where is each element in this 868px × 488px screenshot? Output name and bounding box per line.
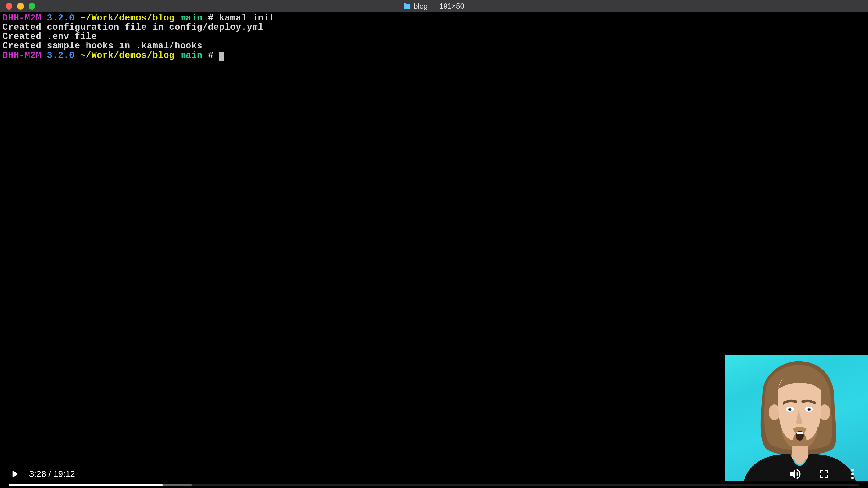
playback-time: 3:28 / 19:12 — [29, 469, 75, 479]
window-controls — [0, 3, 35, 10]
svg-point-10 — [851, 469, 854, 471]
output-line: Created sample hooks in .kamal/hooks — [2, 41, 866, 51]
close-window-btn[interactable] — [6, 3, 12, 10]
svg-point-11 — [851, 473, 854, 475]
prompt-path: ~/Work/demos/blog — [80, 51, 175, 61]
minimize-window-btn[interactable] — [17, 3, 24, 10]
cursor — [219, 52, 224, 61]
prompt-host: DHH-M2M — [2, 13, 41, 23]
more-options-button[interactable] — [846, 467, 859, 481]
fullscreen-button[interactable] — [817, 467, 831, 481]
output-line: Created .env file — [2, 32, 866, 41]
prompt-version: 3.2.0 — [47, 51, 75, 61]
prompt-line-1: DHH-M2M 3.2.0 ~/Work/demos/blog main # k… — [2, 14, 866, 23]
duration: 19:12 — [53, 469, 75, 479]
svg-point-7 — [808, 409, 810, 411]
prompt-symbol: # — [208, 13, 213, 23]
maximize-window-btn[interactable] — [29, 3, 35, 10]
prompt-version: 3.2.0 — [47, 13, 75, 23]
folder-icon — [404, 3, 410, 9]
window-title: blog — 191×50 — [404, 2, 464, 10]
progress-played — [9, 484, 162, 486]
svg-point-0 — [769, 404, 780, 420]
command-text: kamal init — [219, 13, 275, 23]
output-line: Created configuration file in config/dep… — [2, 23, 866, 32]
prompt-line-2: DHH-M2M 3.2.0 ~/Work/demos/blog main # — [2, 51, 866, 61]
prompt-host: DHH-M2M — [2, 51, 41, 61]
svg-point-6 — [789, 409, 791, 411]
play-button[interactable] — [9, 468, 21, 480]
prompt-branch: main — [180, 13, 203, 23]
terminal-title-bar: blog — 191×50 — [0, 0, 868, 12]
svg-point-12 — [851, 477, 854, 479]
current-time: 3:28 — [29, 469, 46, 479]
volume-button[interactable] — [788, 467, 802, 481]
prompt-symbol: # — [208, 51, 213, 61]
progress-bar[interactable] — [9, 484, 859, 486]
prompt-path: ~/Work/demos/blog — [80, 13, 175, 23]
time-separator: / — [46, 469, 53, 479]
window-title-text: blog — 191×50 — [413, 2, 464, 10]
prompt-branch: main — [180, 51, 203, 61]
